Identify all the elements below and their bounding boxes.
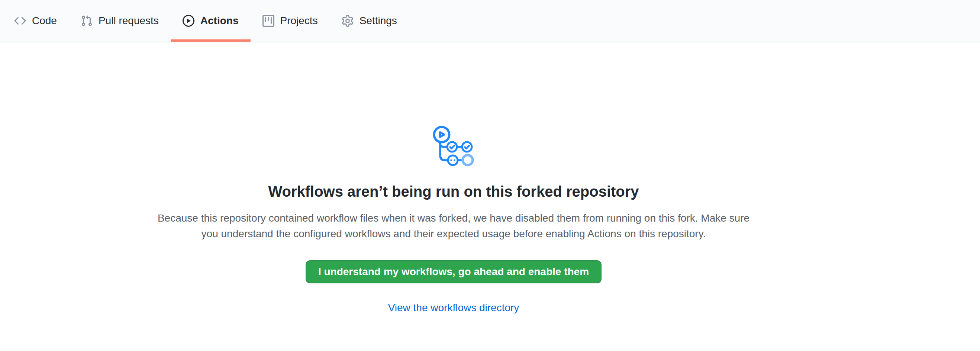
- tab-label: Projects: [280, 15, 318, 27]
- repo-tab-nav: Code Pull requests Actions Projects Sett…: [0, 0, 980, 42]
- tab-projects[interactable]: Projects: [251, 0, 330, 42]
- tab-settings[interactable]: Settings: [330, 0, 409, 42]
- tab-label: Code: [32, 15, 57, 27]
- blankslate-title: Workflows aren’t being run on this forke…: [0, 182, 907, 201]
- tab-code[interactable]: Code: [2, 0, 69, 42]
- tab-label: Pull requests: [99, 15, 159, 27]
- actions-workflow-illustration-icon: [433, 125, 475, 167]
- tab-pull-requests[interactable]: Pull requests: [69, 0, 171, 42]
- workflows-link-row: View the workflows directory: [0, 302, 907, 314]
- project-icon: [262, 15, 274, 27]
- tab-actions[interactable]: Actions: [171, 0, 251, 42]
- tab-label: Actions: [200, 15, 239, 27]
- git-pull-request-icon: [81, 15, 92, 27]
- gear-icon: [342, 15, 353, 27]
- tab-label: Settings: [360, 15, 397, 27]
- actions-blankslate: Workflows aren’t being run on this forke…: [0, 42, 907, 314]
- blankslate-description: Because this repository contained workfl…: [151, 210, 757, 242]
- enable-workflows-button[interactable]: I understand my workflows, go ahead and …: [305, 260, 601, 283]
- play-icon: [183, 15, 194, 27]
- view-workflows-directory-link[interactable]: View the workflows directory: [388, 302, 519, 313]
- code-icon: [14, 15, 26, 27]
